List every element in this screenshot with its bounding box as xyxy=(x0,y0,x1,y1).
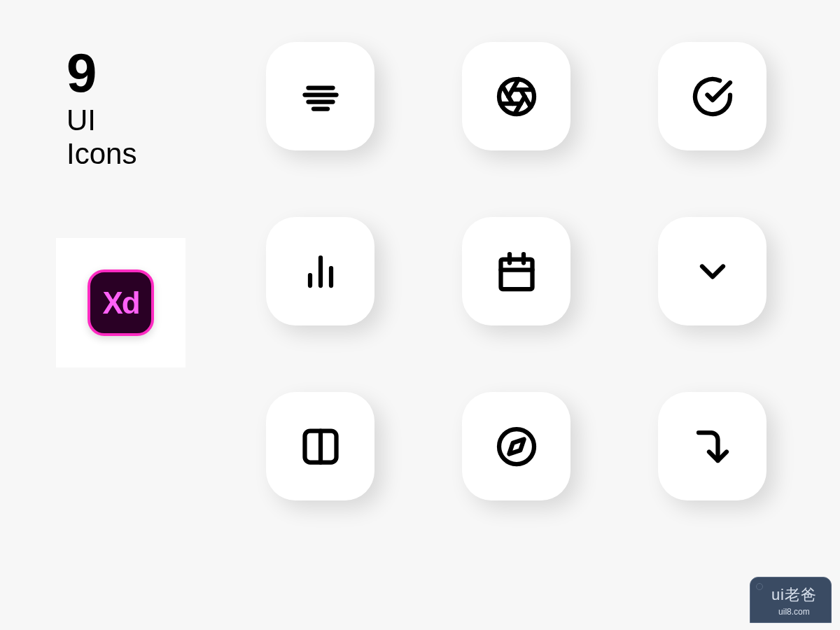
icon-tile-center-align xyxy=(266,42,374,150)
watermark-brand: ui老爸 xyxy=(771,584,817,606)
icon-grid xyxy=(266,42,766,500)
icon-tile-check-circle xyxy=(658,42,766,150)
app-badge-card: Xd xyxy=(56,238,186,368)
icon-tile-calendar xyxy=(462,217,570,326)
icon-tile-columns xyxy=(266,392,374,500)
compass-icon xyxy=(496,426,538,468)
title-line-2: Icons xyxy=(66,137,206,171)
icon-tile-corner-right-down xyxy=(658,392,766,500)
xd-label: Xd xyxy=(102,286,139,321)
watermark-badge: ui老爸 uil8.com xyxy=(750,577,832,623)
calendar-icon xyxy=(496,251,538,293)
check-circle-icon xyxy=(692,76,734,118)
icon-tile-compass xyxy=(462,392,570,500)
bar-chart-icon xyxy=(300,251,342,293)
aperture-icon xyxy=(496,76,538,118)
svg-rect-14 xyxy=(500,259,532,289)
title-block: 9 UI Icons xyxy=(66,46,206,172)
chevron-down-icon xyxy=(692,251,734,293)
columns-icon xyxy=(300,426,342,468)
corner-right-down-icon xyxy=(692,426,734,468)
icon-tile-bar-chart xyxy=(266,217,374,326)
adobe-xd-icon: Xd xyxy=(88,270,154,336)
icon-count: 9 xyxy=(66,46,206,100)
title-line-1: UI xyxy=(66,104,206,137)
icon-tile-chevron-down xyxy=(658,217,766,326)
center-align-icon xyxy=(300,76,342,118)
svg-point-20 xyxy=(499,429,534,464)
icon-tile-aperture xyxy=(462,42,570,150)
watermark-url: uil8.com xyxy=(771,607,817,617)
svg-marker-21 xyxy=(509,439,524,454)
